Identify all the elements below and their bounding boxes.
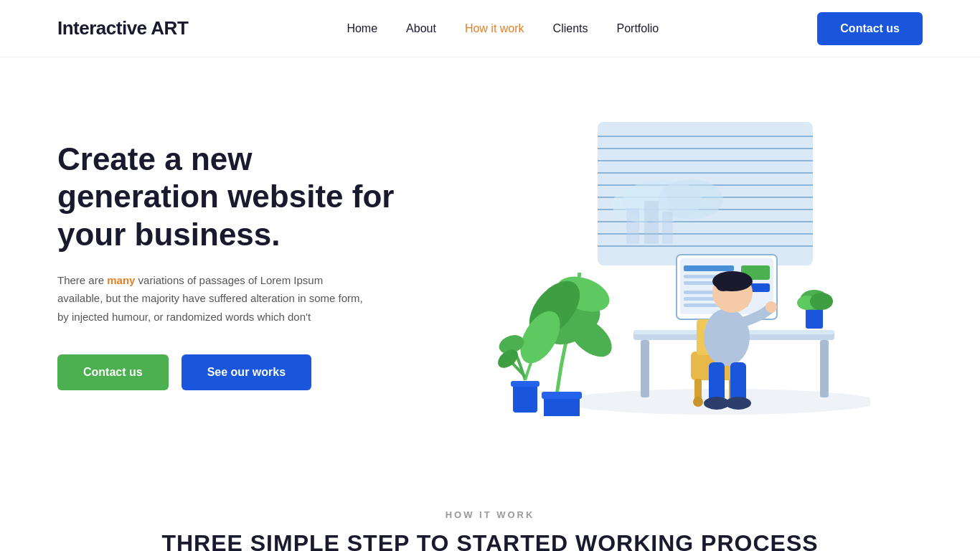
nav-about[interactable]: About [406, 22, 436, 35]
svg-point-42 [716, 280, 730, 291]
hero-text-block: Create a new generation website for your… [57, 141, 416, 391]
nav-how-it-work[interactable]: How it work [465, 22, 524, 35]
hero-svg-illustration [468, 115, 870, 416]
svg-point-47 [725, 397, 751, 410]
svg-rect-54 [542, 392, 582, 399]
svg-point-43 [765, 301, 777, 313]
contact-us-hero-button[interactable]: Contact us [57, 354, 169, 390]
svg-point-36 [693, 397, 703, 407]
see-our-works-button[interactable]: See our works [182, 354, 311, 390]
svg-rect-64 [644, 201, 659, 244]
svg-point-31 [810, 293, 833, 310]
svg-rect-55 [513, 384, 537, 413]
nav-portfolio[interactable]: Portfolio [616, 22, 659, 35]
nav-clients[interactable]: Clients [553, 22, 588, 35]
hero-description: There are many variations of passages of… [57, 271, 366, 326]
hero-buttons: Contact us See our works [57, 354, 416, 390]
svg-rect-13 [641, 340, 649, 397]
header: Interactive ART Home About How it work C… [0, 0, 980, 57]
hero-desc-highlight: many [107, 274, 135, 286]
how-it-work-section: HOW IT WORK THREE SIMPLE STEP TO STARTED… [0, 474, 980, 551]
how-section-title: THREE SIMPLE STEP TO STARTED WORKING PRO… [57, 530, 923, 551]
nav-home[interactable]: Home [347, 22, 377, 35]
svg-rect-45 [730, 362, 746, 402]
hero-section: Create a new generation website for your… [0, 57, 980, 474]
hero-title: Create a new generation website for your… [57, 141, 416, 254]
svg-rect-65 [662, 212, 673, 244]
how-section-label: HOW IT WORK [57, 509, 923, 520]
svg-rect-14 [820, 340, 829, 397]
hero-illustration [416, 100, 923, 430]
svg-rect-28 [806, 307, 823, 329]
svg-rect-20 [684, 265, 734, 271]
svg-rect-44 [709, 362, 725, 402]
logo: Interactive ART [57, 17, 188, 39]
main-nav: Home About How it work Clients Portfolio [347, 22, 659, 35]
svg-rect-56 [511, 381, 540, 387]
svg-rect-63 [626, 208, 639, 244]
contact-us-header-button[interactable]: Contact us [817, 12, 923, 45]
